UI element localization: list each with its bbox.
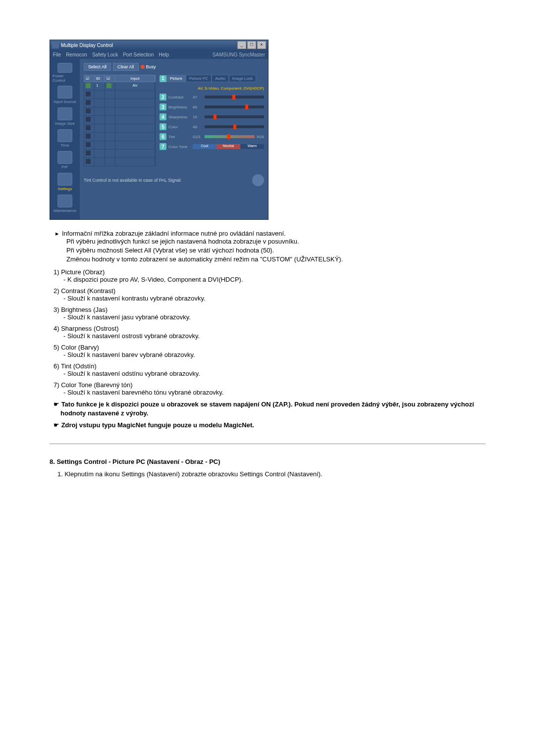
- contrast-value: 47: [193, 95, 203, 100]
- sidebar-item-settings[interactable]: Settings: [53, 172, 77, 192]
- contrast-label: Contrast: [168, 95, 191, 100]
- colortone-selector[interactable]: Cool Neutral Warm: [193, 144, 264, 149]
- sharpness-slider[interactable]: [205, 115, 264, 118]
- grid-row[interactable]: [84, 141, 156, 150]
- app-screenshot: Multiple Display Control _ □ × File Remo…: [50, 40, 485, 220]
- note-1: Tato funkce je k dispozici pouze u obraz…: [50, 400, 485, 418]
- sidebar-item-imagesize[interactable]: Image Size: [53, 106, 77, 126]
- status-text: Tint Control is not available in case of…: [84, 178, 182, 183]
- list-item-2: 2) Contrast (Kontrast) - Slouží k nastav…: [50, 287, 485, 302]
- grid-header-input: Input: [115, 75, 155, 82]
- brightness-slider[interactable]: [205, 105, 264, 108]
- menu-port-selection[interactable]: Port Selection: [123, 52, 154, 57]
- callout-1: 1: [160, 75, 166, 82]
- mode-info: AV, S-Video, Component, DVI(HDCP): [160, 86, 264, 91]
- sharpness-label: Sharpness: [168, 115, 191, 119]
- callout-4: 4: [160, 113, 166, 120]
- step-1: 1. Klepnutím na ikonu Settings (Nastaven…: [50, 470, 485, 478]
- sidebar-item-input[interactable]: Input Source: [53, 85, 77, 104]
- sidebar-item-time[interactable]: Time: [53, 128, 77, 148]
- menubar: File Remocon Safety Lock Port Selection …: [50, 50, 268, 59]
- tint-slider[interactable]: [205, 135, 255, 138]
- busy-label: Busy: [146, 64, 156, 69]
- brightness-value: 68: [193, 105, 203, 109]
- clear-all-button[interactable]: Clear All: [113, 63, 139, 71]
- grid-row[interactable]: [84, 124, 156, 133]
- grid-header-status: ☑: [105, 75, 115, 82]
- list-item-4: 4) Sharpness (Ostrost) - Slouží k nastav…: [50, 325, 485, 340]
- list-item-5: 5) Color (Barvy) - Slouží k nastavení ba…: [50, 344, 485, 358]
- brightness-label: Brightness: [168, 105, 191, 109]
- grid-row[interactable]: 1 AV: [84, 82, 156, 91]
- busy-indicator: Busy: [141, 64, 156, 69]
- list-item-1: 1) Picture (Obraz) - K dispozici pouze p…: [50, 268, 485, 283]
- colortone-neutral[interactable]: Neutral: [216, 144, 240, 149]
- pip-icon: [57, 151, 72, 164]
- menu-help[interactable]: Help: [159, 52, 169, 57]
- grid-header-check[interactable]: ☑: [84, 75, 95, 82]
- app-icon: [52, 42, 59, 49]
- tab-audio[interactable]: Audio: [212, 75, 228, 82]
- brand-label: SAMSUNG SyncMaster: [213, 52, 265, 57]
- sharpness-value: 15: [193, 115, 203, 119]
- time-icon: [57, 129, 72, 142]
- select-all-button[interactable]: Select All: [84, 63, 111, 71]
- titlebar: Multiple Display Control _ □ ×: [50, 40, 268, 50]
- grid-row[interactable]: [84, 107, 156, 116]
- close-button[interactable]: ×: [257, 41, 266, 49]
- divider: [50, 444, 485, 444]
- grid-cell-status: [105, 82, 115, 90]
- sidebar-item-pip[interactable]: PIP: [53, 150, 77, 170]
- color-slider[interactable]: [205, 125, 264, 128]
- callout-3: 3: [160, 103, 166, 110]
- menu-safety-lock[interactable]: Safety Lock: [92, 52, 118, 57]
- list-item-6: 6) Tint (Odstín) - Slouží k nastavení od…: [50, 362, 485, 377]
- contrast-slider[interactable]: [205, 96, 264, 99]
- minimize-button[interactable]: _: [237, 41, 246, 49]
- status-icon: [252, 174, 264, 186]
- status-on-icon: [107, 83, 111, 88]
- input-icon: [57, 86, 72, 99]
- info-line: Informační mřížka zobrazuje základní inf…: [55, 230, 485, 237]
- grid-cell-input: AV: [115, 82, 155, 90]
- info-line: Při výběru možnosti Select All (Vybrat v…: [66, 246, 485, 255]
- menu-remocon[interactable]: Remocon: [66, 52, 87, 57]
- callout-7: 7: [160, 143, 166, 150]
- maximize-button[interactable]: □: [247, 41, 256, 49]
- sidebar: Power Control Input Source Image Size Ti…: [50, 59, 80, 219]
- tab-image-lock[interactable]: Image Lock: [229, 75, 256, 82]
- grid-cell-check[interactable]: [84, 82, 95, 90]
- maintenance-icon: [57, 195, 72, 207]
- tab-picture[interactable]: Picture: [166, 75, 186, 82]
- grid-row[interactable]: [84, 150, 156, 158]
- callout-5: 5: [160, 123, 166, 130]
- grid-row[interactable]: [84, 91, 156, 99]
- colortone-warm[interactable]: Warm: [240, 144, 264, 149]
- image-size-icon: [57, 107, 72, 120]
- sidebar-item-power[interactable]: Power Control: [53, 63, 77, 83]
- busy-dot-icon: [141, 65, 145, 69]
- grid-header-id: ID: [95, 75, 105, 82]
- note-2: Zdroj vstupu typu MagicNet funguje pouze…: [50, 421, 485, 430]
- tint-value: G23: [193, 135, 203, 139]
- colortone-label: Color Tone: [168, 145, 191, 149]
- tint-label: Tint: [168, 135, 191, 139]
- list-item-7: 7) Color Tone (Barevný tón) - Slouží k n…: [50, 381, 485, 396]
- power-icon: [57, 63, 72, 73]
- grid-row[interactable]: [84, 158, 156, 166]
- list-item-3: 3) Brightness (Jas) - Slouží k nastavení…: [50, 306, 485, 321]
- tab-picture-pc[interactable]: Picture PC: [186, 75, 212, 82]
- tint-suffix: R28: [257, 135, 264, 139]
- sidebar-item-maintenance[interactable]: Maintenance: [53, 194, 77, 213]
- color-label: Color: [168, 125, 191, 129]
- callout-2: 2: [160, 94, 166, 101]
- grid-row[interactable]: [84, 133, 156, 141]
- info-line: Při výběru jednotlivých funkcí se jejich…: [66, 237, 485, 246]
- color-value: 48: [193, 125, 203, 129]
- grid-cell-id: 1: [95, 82, 105, 90]
- menu-file[interactable]: File: [53, 52, 61, 57]
- grid-row[interactable]: [84, 116, 156, 124]
- colortone-cool[interactable]: Cool: [193, 144, 216, 149]
- grid-row[interactable]: [84, 99, 156, 107]
- callout-6: 6: [160, 133, 166, 140]
